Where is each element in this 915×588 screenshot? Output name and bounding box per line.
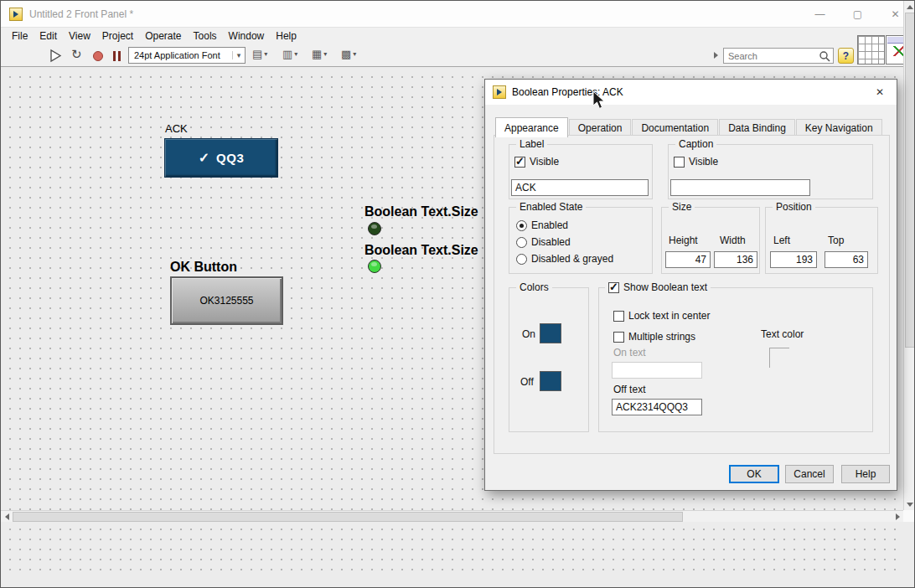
disabled-grayed-radio-label: Disabled & grayed bbox=[531, 253, 613, 265]
ack-control-label: ACK bbox=[165, 122, 188, 135]
resize-objects-button[interactable]: ▦ ▾ bbox=[312, 48, 327, 60]
align-objects-button[interactable]: ▤ ▾ bbox=[252, 48, 267, 60]
enabled-state-title: Enabled State bbox=[516, 201, 586, 213]
horizontal-scroll-thumb[interactable] bbox=[13, 512, 683, 522]
caption-text-input[interactable] bbox=[670, 179, 810, 196]
run-continuously-icon[interactable]: ↻ bbox=[71, 47, 82, 62]
left-input[interactable] bbox=[770, 251, 817, 268]
menu-edit[interactable]: Edit bbox=[34, 28, 63, 44]
maximize-icon[interactable]: ▢ bbox=[839, 1, 876, 28]
vertical-scrollbar[interactable] bbox=[903, 1, 915, 510]
boolean-led1-label: Boolean Text.Size bbox=[364, 204, 478, 219]
multiple-strings-checkbox[interactable] bbox=[613, 332, 624, 343]
reorder-objects-button[interactable]: ▩ ▾ bbox=[341, 48, 356, 60]
multiple-strings-label: Multiple strings bbox=[628, 331, 695, 343]
width-input[interactable] bbox=[714, 251, 757, 268]
left-label: Left bbox=[773, 235, 790, 246]
resize-objects-icon: ▦ bbox=[312, 48, 322, 60]
led-indicator-off[interactable] bbox=[368, 222, 381, 235]
menu-help[interactable]: Help bbox=[270, 28, 302, 44]
disabled-radio[interactable] bbox=[516, 237, 527, 248]
on-text-label: On text bbox=[613, 347, 646, 358]
chevron-down-icon: ▾ bbox=[264, 50, 267, 58]
label-visible-checkbox[interactable] bbox=[514, 157, 525, 168]
led-indicator-on[interactable] bbox=[368, 260, 381, 273]
run-icon[interactable] bbox=[49, 49, 63, 63]
enabled-state-group: Enabled State Enabled Disabled Disabled … bbox=[509, 207, 653, 274]
off-text-label: Off text bbox=[613, 384, 645, 395]
disabled-radio-label: Disabled bbox=[531, 236, 571, 248]
ok-button[interactable]: OK bbox=[729, 465, 779, 483]
search-box bbox=[723, 48, 834, 64]
minimize-icon[interactable]: — bbox=[801, 1, 839, 28]
scroll-right-icon[interactable] bbox=[892, 511, 903, 523]
on-color-swatch[interactable] bbox=[540, 323, 561, 343]
caption-group-title: Caption bbox=[675, 138, 716, 150]
height-label: Height bbox=[669, 235, 698, 246]
label-text-input[interactable] bbox=[511, 179, 649, 196]
position-group: Position Left Top bbox=[765, 207, 878, 274]
labview-app-icon bbox=[9, 8, 23, 21]
height-input[interactable] bbox=[665, 251, 711, 268]
reorder-objects-icon: ▩ bbox=[341, 48, 351, 60]
text-color-well[interactable] bbox=[769, 348, 789, 368]
distribute-objects-button[interactable]: ▥ ▾ bbox=[282, 48, 297, 60]
abort-icon[interactable] bbox=[93, 51, 103, 61]
menu-tools[interactable]: Tools bbox=[188, 28, 223, 44]
off-color-label: Off bbox=[520, 376, 534, 388]
chevron-down-icon[interactable]: ▾ bbox=[232, 51, 245, 59]
search-collapse-icon[interactable] bbox=[714, 52, 718, 59]
title-bar: Untitled 2 Front Panel * — ▢ ✕ bbox=[1, 1, 914, 28]
checkmark-icon: ✓ bbox=[199, 150, 209, 166]
search-input[interactable] bbox=[724, 51, 818, 61]
dialog-title-bar[interactable]: Boolean Properties: ACK ✕ bbox=[485, 80, 897, 105]
chevron-down-icon: ▾ bbox=[294, 50, 297, 58]
show-boolean-text-checkbox[interactable] bbox=[608, 282, 619, 293]
dialog-close-icon[interactable]: ✕ bbox=[863, 80, 897, 105]
off-color-swatch[interactable] bbox=[540, 371, 561, 391]
horizontal-scrollbar[interactable] bbox=[1, 510, 903, 522]
chevron-down-icon: ▾ bbox=[323, 50, 327, 58]
enabled-radio[interactable] bbox=[516, 220, 527, 231]
on-text-input[interactable] bbox=[612, 362, 702, 379]
disabled-grayed-radio[interactable] bbox=[516, 254, 527, 265]
search-icon[interactable] bbox=[818, 49, 831, 63]
label-visible-text: Visible bbox=[530, 156, 559, 168]
ack-boolean-button[interactable]: ✓ QQ3 bbox=[164, 138, 278, 178]
text-color-label: Text color bbox=[761, 328, 804, 340]
size-group-title: Size bbox=[669, 201, 695, 213]
lock-text-checkbox[interactable] bbox=[613, 311, 624, 322]
scroll-left-icon[interactable] bbox=[1, 511, 13, 523]
off-text-input[interactable] bbox=[612, 399, 702, 415]
window-title: Untitled 2 Front Panel * bbox=[29, 8, 133, 20]
top-input[interactable] bbox=[825, 251, 868, 268]
cancel-button[interactable]: Cancel bbox=[785, 465, 834, 483]
colors-group: Colors On Off bbox=[509, 287, 589, 432]
size-group: Size Height Width bbox=[661, 207, 760, 274]
menu-view[interactable]: View bbox=[63, 28, 96, 44]
connector-pane-icon[interactable] bbox=[857, 35, 885, 64]
on-color-label: On bbox=[522, 328, 535, 340]
position-group-title: Position bbox=[773, 201, 815, 213]
menu-project[interactable]: Project bbox=[96, 28, 139, 44]
font-selector[interactable]: 24pt Application Font ▾ bbox=[128, 47, 246, 64]
menu-bar: File Edit View Project Operate Tools Win… bbox=[1, 28, 914, 44]
lock-text-label: Lock text in center bbox=[628, 310, 710, 322]
tab-appearance[interactable]: Appearance bbox=[495, 117, 568, 137]
ok-boolean-button[interactable]: OK3125555 bbox=[170, 276, 283, 325]
menu-window[interactable]: Window bbox=[223, 28, 271, 44]
menu-operate[interactable]: Operate bbox=[139, 28, 187, 44]
menu-file[interactable]: File bbox=[6, 28, 34, 44]
ack-boolean-text: QQ3 bbox=[216, 151, 244, 165]
width-label: Width bbox=[720, 235, 746, 246]
boolean-properties-dialog: Boolean Properties: ACK ✕ Appearance Ope… bbox=[484, 79, 897, 491]
context-help-icon[interactable]: ? bbox=[838, 48, 854, 64]
vertical-scroll-thumb[interactable] bbox=[905, 13, 915, 348]
scroll-up-icon[interactable] bbox=[904, 1, 915, 13]
scroll-down-icon[interactable] bbox=[904, 498, 915, 510]
help-button[interactable]: Help bbox=[841, 465, 890, 483]
caption-visible-checkbox[interactable] bbox=[674, 157, 685, 168]
distribute-objects-icon: ▥ bbox=[282, 48, 292, 60]
pause-icon[interactable] bbox=[113, 51, 121, 61]
top-label: Top bbox=[828, 235, 844, 246]
